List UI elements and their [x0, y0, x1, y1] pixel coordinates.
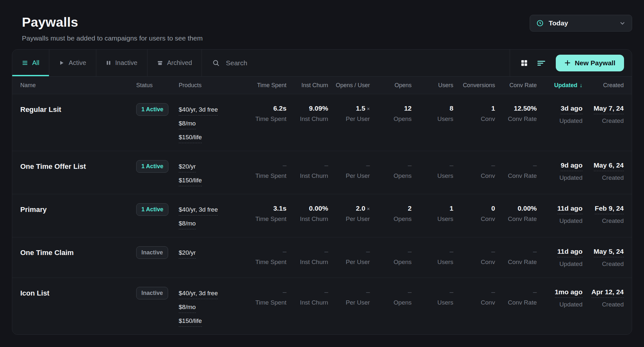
updated-value[interactable]: 11d ago: [557, 248, 582, 257]
metric-value: –: [283, 248, 287, 255]
metric-value: –: [324, 248, 328, 255]
created-value[interactable]: Apr 12, 24: [592, 288, 624, 298]
product-price[interactable]: $40/yr, 3d free: [179, 106, 218, 115]
paywall-name: Primary: [20, 203, 136, 214]
table-row[interactable]: Primary 1 Active $40/yr, 3d free $8/mo 3…: [12, 194, 632, 237]
metric-label: Conv: [481, 259, 495, 266]
metric-label: Per User: [346, 115, 370, 123]
product-price[interactable]: $8/mo: [179, 304, 196, 313]
metric-opens: – Opens: [370, 160, 412, 179]
col-header-name[interactable]: Name: [20, 82, 136, 89]
tab-all-label: All: [32, 59, 39, 67]
metric-updated: 1mo ago Updated: [537, 287, 582, 308]
metric-time-spent: 6.2s Time Spent: [245, 103, 287, 123]
metric-label: Per User: [346, 215, 370, 223]
metric-time-spent: – Time Spent: [245, 246, 287, 266]
list-view-button[interactable]: [537, 59, 545, 67]
col-header-inst-churn[interactable]: Inst Churn: [287, 82, 328, 89]
grid-view-button[interactable]: [520, 59, 528, 67]
col-header-time-spent[interactable]: Time Spent: [245, 82, 287, 89]
metric-label: Time Spent: [255, 172, 286, 179]
col-header-opens-per-user[interactable]: Opens / User: [328, 82, 370, 89]
updated-value[interactable]: 11d ago: [557, 205, 582, 214]
table-row[interactable]: One Time Claim Inactive $20/yr – Time Sp…: [12, 237, 632, 278]
metric-conversions: – Conv: [453, 287, 495, 306]
col-header-updated[interactable]: Updated↓: [537, 82, 582, 89]
product-price[interactable]: $8/mo: [179, 220, 196, 229]
created-value[interactable]: May 5, 24: [594, 248, 624, 257]
tab-all[interactable]: All: [12, 50, 49, 76]
metric-label: Conv: [481, 215, 495, 223]
date-range-select[interactable]: Today: [530, 15, 632, 32]
table-row[interactable]: Regular Lsit 1 Active $40/yr, 3d free $8…: [12, 94, 632, 151]
metric-value: 1: [491, 105, 495, 112]
product-price[interactable]: $150/life: [179, 177, 202, 186]
metric-value: 1.5×: [356, 105, 370, 112]
product-price[interactable]: $150/life: [179, 134, 202, 143]
metric-label: Users: [437, 299, 453, 306]
table-row[interactable]: One Time Offer List 1 Active $20/yr $150…: [12, 151, 632, 194]
paywall-name: Icon List: [20, 287, 136, 297]
product-price[interactable]: $8/mo: [179, 120, 196, 129]
page-subtitle: Paywalls must be added to campaigns for …: [22, 34, 203, 42]
status-badge: 1 Active: [136, 160, 168, 173]
metric-conv-rate: 0.00% Conv Rate: [495, 203, 537, 223]
metric-label: Created: [602, 174, 624, 181]
metric-label: Created: [602, 260, 624, 268]
col-header-conv-rate[interactable]: Conv Rate: [495, 82, 537, 89]
metric-label: Inst Churn: [300, 115, 328, 123]
created-value[interactable]: May 6, 24: [594, 161, 624, 171]
metric-created: May 7, 24 Created: [582, 103, 624, 124]
created-value[interactable]: May 7, 24: [594, 105, 624, 114]
metric-label: Conv Rate: [508, 215, 537, 223]
metric-label: Per User: [346, 172, 370, 179]
metric-value: –: [491, 288, 495, 296]
search-input[interactable]: [226, 59, 499, 67]
status-cell: Inactive: [136, 287, 179, 299]
col-header-created[interactable]: Created: [582, 82, 624, 89]
product-price[interactable]: $40/yr, 3d free: [179, 206, 218, 215]
paywalls-page: Paywalls Paywalls must be added to campa…: [0, 0, 644, 347]
metric-conv-rate: – Conv Rate: [495, 287, 537, 306]
metric-conversions: 1 Conv: [453, 103, 495, 123]
metric-label: Created: [602, 301, 624, 308]
products-list: $40/yr, 3d free $8/mo: [179, 203, 245, 229]
metric-label: Time Spent: [255, 299, 286, 306]
plus-icon: [564, 60, 571, 66]
metric-label: Updated: [559, 217, 582, 224]
tab-inactive[interactable]: Inactive: [96, 50, 147, 76]
metric-label: Conv: [481, 299, 495, 306]
col-header-status[interactable]: Status: [136, 82, 179, 89]
metric-created: May 6, 24 Created: [582, 160, 624, 181]
col-header-conversions[interactable]: Conversions: [453, 82, 495, 89]
metric-value: –: [491, 248, 495, 255]
updated-value[interactable]: 9d ago: [561, 161, 582, 171]
paywall-name: One Time Offer List: [20, 160, 136, 171]
tab-active[interactable]: Active: [49, 50, 96, 76]
metric-time-spent: 3.1s Time Spent: [245, 203, 287, 223]
metric-label: Users: [437, 259, 453, 266]
col-header-opens[interactable]: Opens: [370, 82, 412, 89]
search-bar: [202, 50, 509, 76]
metric-time-spent: – Time Spent: [245, 287, 287, 306]
metric-opens: 12 Opens: [370, 103, 412, 123]
new-paywall-button[interactable]: New Paywall: [556, 55, 624, 71]
col-header-users[interactable]: Users: [412, 82, 453, 89]
status-cell: 1 Active: [136, 103, 179, 116]
metric-users: – Users: [412, 287, 453, 306]
sort-bars-icon: [537, 59, 545, 67]
product-price[interactable]: $150/life: [179, 317, 202, 327]
product-price[interactable]: $20/yr: [179, 249, 196, 259]
updated-value[interactable]: 3d ago: [561, 105, 582, 114]
tab-archived[interactable]: Archived: [147, 50, 202, 76]
product-price[interactable]: $40/yr, 3d free: [179, 290, 218, 299]
updated-value[interactable]: 1mo ago: [555, 288, 582, 298]
table-row[interactable]: Icon List Inactive $40/yr, 3d free $8/mo…: [12, 278, 632, 334]
metric-updated: 11d ago Updated: [537, 203, 582, 224]
col-header-products[interactable]: Products: [179, 82, 245, 89]
metric-updated: 9d ago Updated: [537, 160, 582, 181]
metric-conversions: – Conv: [453, 246, 495, 266]
metric-opens: – Opens: [370, 246, 412, 266]
created-value[interactable]: Feb 9, 24: [595, 205, 624, 214]
product-price[interactable]: $20/yr: [179, 163, 196, 172]
